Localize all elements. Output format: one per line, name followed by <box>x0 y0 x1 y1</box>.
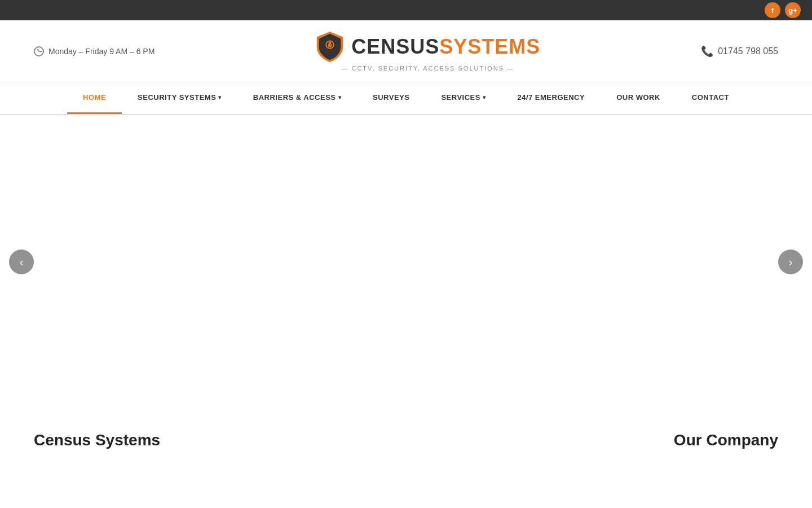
census-systems-heading: Census Systems <box>34 431 160 449</box>
main-nav: HOMESECURITY SYSTEMS ▾BARRIERS & ACCESS … <box>0 82 812 115</box>
census-systems-section: Census Systems <box>34 431 160 449</box>
phone-icon: 📞 <box>701 45 713 58</box>
slider: ‹ › <box>0 115 812 409</box>
nav-item-home[interactable]: HOME <box>67 82 122 114</box>
nav-item-security-systems[interactable]: SECURITY SYSTEMS ▾ <box>122 82 237 114</box>
clock-icon <box>34 46 44 56</box>
nav-item-contact[interactable]: CONTACT <box>676 82 745 114</box>
nav-item-barriers---access[interactable]: BARRIERS & ACCESS ▾ <box>237 82 357 114</box>
social-icons: f g+ <box>765 2 801 18</box>
nav-item-24-7-emergency[interactable]: 24/7 EMERGENCY <box>501 82 601 114</box>
nav-item-surveys[interactable]: SURVEYS <box>357 82 425 114</box>
bottom-section: Census Systems Our Company <box>0 409 812 461</box>
logo-text: CENSUSSYSTEMS <box>351 37 540 57</box>
shield-icon <box>315 30 345 63</box>
our-company-section: Our Company <box>674 431 778 449</box>
slider-prev-button[interactable]: ‹ <box>9 249 34 274</box>
nav-item-services[interactable]: SERVICES ▾ <box>425 82 501 114</box>
svg-rect-2 <box>328 43 332 47</box>
logo-top: CENSUSSYSTEMS <box>315 30 540 63</box>
business-hours: Monday – Friday 9 AM – 6 PM <box>34 46 155 56</box>
dropdown-arrow-icon: ▾ <box>483 94 486 100</box>
logo-census: CENSUS <box>351 35 439 58</box>
header: Monday – Friday 9 AM – 6 PM CENSUSSYSTEM… <box>0 20 812 82</box>
logo[interactable]: CENSUSSYSTEMS — CCTV, SECURITY, ACCESS S… <box>315 30 540 72</box>
googleplus-icon[interactable]: g+ <box>785 2 801 18</box>
top-bar: f g+ <box>0 0 812 20</box>
phone-text: 01745 798 055 <box>718 46 778 56</box>
dropdown-arrow-icon: ▾ <box>218 94 222 100</box>
our-company-heading: Our Company <box>674 431 778 449</box>
logo-systems: SYSTEMS <box>439 35 540 58</box>
logo-title: CENSUSSYSTEMS <box>351 37 540 57</box>
nav-item-our-work[interactable]: OUR WORK <box>601 82 676 114</box>
phone-number: 📞 01745 798 055 <box>701 45 778 58</box>
logo-tagline: — CCTV, SECURITY, ACCESS SOLUTIONS — <box>341 65 514 72</box>
slider-next-button[interactable]: › <box>778 249 803 274</box>
hours-text: Monday – Friday 9 AM – 6 PM <box>48 47 155 56</box>
nav-inner: HOMESECURITY SYSTEMS ▾BARRIERS & ACCESS … <box>67 82 745 114</box>
dropdown-arrow-icon: ▾ <box>338 94 342 100</box>
facebook-icon[interactable]: f <box>765 2 780 18</box>
